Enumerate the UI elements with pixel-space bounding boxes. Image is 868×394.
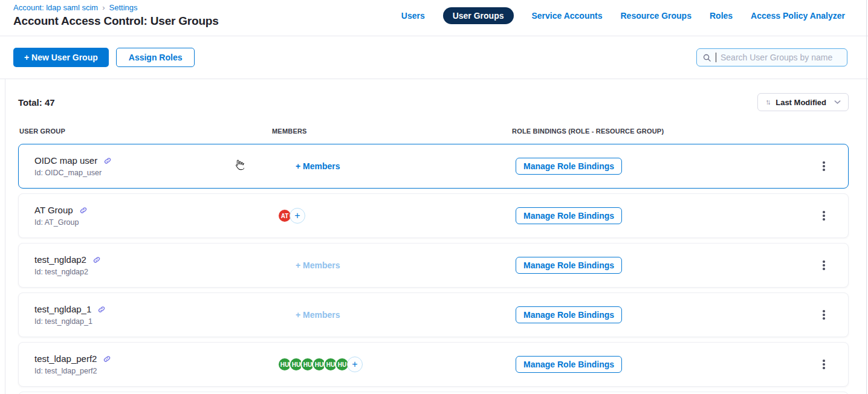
sort-arrows-icon: ↑↓	[765, 98, 769, 106]
group-name-cell: AT Group Id: AT_Group	[19, 205, 273, 227]
user-groups-page: Account: ldap saml scim › Settings Accou…	[0, 0, 868, 394]
link-icon	[103, 355, 111, 363]
role-bindings-cell: Manage Role Bindings	[381, 257, 800, 274]
breadcrumb-account-link[interactable]: Account: ldap saml scim	[13, 3, 98, 12]
column-user-group: USER GROUP	[18, 128, 272, 135]
breadcrumb: Account: ldap saml scim › Settings	[13, 3, 219, 12]
group-name: test_ngldap2	[34, 254, 86, 265]
user-group-row[interactable]: test_ldap_perf2 Id: test_ldap_perf2 HUHU…	[18, 342, 849, 387]
nav-tab-user-groups[interactable]: User Groups	[443, 7, 514, 24]
role-bindings-cell: Manage Role Bindings	[381, 356, 800, 373]
total-count: Total: 47	[18, 97, 55, 108]
members-cell: HUHUHUHUHUHU+	[273, 357, 381, 372]
add-members-link[interactable]: + Members	[296, 260, 340, 270]
manage-role-bindings-button[interactable]: Manage Role Bindings	[516, 356, 622, 373]
list-header: Total: 47 ↑↓ Last Modified	[18, 92, 849, 112]
page-title: Account Access Control: User Groups	[13, 15, 219, 28]
row-options-cell	[800, 158, 848, 173]
kebab-menu-icon[interactable]	[818, 158, 829, 173]
group-id: Id: test_ngldap2	[34, 268, 273, 276]
user-group-row[interactable]: test_ngldap2 Id: test_ngldap2 + Members …	[18, 243, 849, 288]
chevron-down-icon	[834, 100, 841, 105]
panel-right-border	[866, 0, 867, 394]
new-user-group-button[interactable]: + New User Group	[13, 48, 109, 67]
link-icon	[103, 157, 112, 165]
user-group-row[interactable]: AT Group Id: AT_Group AT+ Manage Role Bi…	[18, 193, 849, 238]
user-group-row-partial[interactable]	[18, 392, 849, 394]
row-options-cell	[800, 257, 848, 273]
user-group-list: OIDC map user Id: OIDC_map_user + Member…	[18, 144, 849, 387]
role-bindings-cell: Manage Role Bindings	[381, 158, 800, 175]
row-options-cell	[800, 208, 848, 223]
manage-role-bindings-button[interactable]: Manage Role Bindings	[516, 207, 622, 224]
text-caret	[716, 53, 716, 62]
link-icon	[92, 256, 101, 264]
members-cell: + Members	[273, 161, 381, 172]
group-id: Id: test_ngldap_1	[34, 317, 273, 326]
page-header: Account: ldap saml scim › Settings Accou…	[0, 0, 868, 36]
kebab-menu-icon[interactable]	[818, 208, 829, 223]
member-avatars: AT+	[277, 208, 381, 224]
sort-dropdown[interactable]: ↑↓ Last Modified	[757, 93, 849, 111]
toolbar: + New User Group Assign Roles	[0, 36, 868, 79]
kebab-menu-icon[interactable]	[818, 307, 829, 322]
search-icon	[702, 53, 711, 62]
group-id: Id: test_ldap_perf2	[34, 367, 273, 375]
user-group-row[interactable]: OIDC map user Id: OIDC_map_user + Member…	[18, 144, 849, 189]
group-name-cell: test_ngldap_1 Id: test_ngldap_1	[19, 304, 273, 326]
group-name: AT Group	[34, 205, 73, 215]
nav-tabs: UsersUser GroupsService AccountsResource…	[401, 6, 845, 25]
add-member-button[interactable]: +	[347, 357, 363, 372]
kebab-menu-icon[interactable]	[818, 257, 829, 273]
column-role-bindings: ROLE BINDINGS (ROLE - RESOURCE GROUP)	[381, 128, 800, 135]
role-bindings-cell: Manage Role Bindings	[381, 207, 800, 224]
breadcrumb-settings-link[interactable]: Settings	[109, 3, 138, 12]
nav-tab-service-accounts[interactable]: Service Accounts	[532, 11, 603, 21]
link-icon	[97, 305, 106, 314]
link-icon	[79, 206, 88, 215]
role-bindings-cell: Manage Role Bindings	[381, 306, 800, 323]
row-options-cell	[800, 307, 848, 322]
group-name: test_ngldap_1	[34, 304, 91, 314]
assign-roles-button[interactable]: Assign Roles	[116, 48, 195, 67]
nav-tab-resource-groups[interactable]: Resource Groups	[620, 11, 691, 21]
breadcrumb-chevron-icon: ›	[102, 3, 105, 12]
members-cell: AT+	[273, 208, 381, 224]
toolbar-buttons: + New User Group Assign Roles	[13, 48, 195, 67]
member-avatars: HUHUHUHUHUHU+	[277, 357, 381, 372]
group-name-cell: OIDC map user Id: OIDC_map_user	[19, 155, 273, 177]
list-panel: Total: 47 ↑↓ Last Modified USER GROUP ME…	[0, 92, 868, 394]
sort-selected-value: Last Modified	[776, 98, 826, 107]
group-name: test_ldap_perf2	[34, 354, 97, 364]
table-column-headers: USER GROUP MEMBERS ROLE BINDINGS (ROLE -…	[18, 128, 849, 135]
add-members-link[interactable]: + Members	[296, 161, 340, 171]
panel-left-border	[5, 79, 5, 394]
header-left: Account: ldap saml scim › Settings Accou…	[13, 2, 219, 36]
manage-role-bindings-button[interactable]: Manage Role Bindings	[516, 257, 622, 274]
group-id: Id: AT_Group	[34, 218, 273, 227]
add-members-link[interactable]: + Members	[296, 310, 340, 320]
kebab-menu-icon[interactable]	[818, 357, 829, 372]
search-input[interactable]	[721, 53, 841, 62]
nav-tab-access-policy-analyzer[interactable]: Access Policy Analyzer	[751, 11, 845, 21]
column-members: MEMBERS	[272, 128, 381, 135]
user-group-row[interactable]: test_ngldap_1 Id: test_ngldap_1 + Member…	[18, 292, 849, 337]
group-name-cell: test_ldap_perf2 Id: test_ldap_perf2	[19, 354, 273, 375]
nav-tab-roles[interactable]: Roles	[710, 11, 733, 21]
search-box[interactable]	[696, 48, 847, 66]
group-name: OIDC map user	[34, 155, 97, 166]
members-cell: + Members	[273, 260, 381, 271]
manage-role-bindings-button[interactable]: Manage Role Bindings	[516, 306, 622, 323]
group-name-cell: test_ngldap2 Id: test_ngldap2	[19, 254, 273, 276]
group-id: Id: OIDC_map_user	[34, 169, 273, 177]
members-cell: + Members	[273, 309, 381, 320]
nav-tab-users[interactable]: Users	[401, 11, 425, 21]
manage-role-bindings-button[interactable]: Manage Role Bindings	[516, 158, 622, 175]
row-options-cell	[800, 357, 848, 372]
add-member-button[interactable]: +	[290, 208, 305, 224]
